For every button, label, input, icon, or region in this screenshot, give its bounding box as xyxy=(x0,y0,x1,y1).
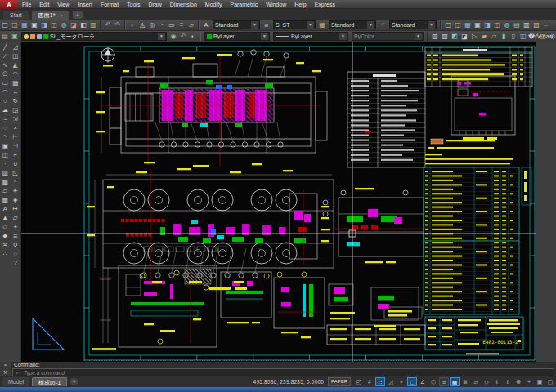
chevron-down-icon[interactable]: ▼ xyxy=(367,21,374,29)
list-tool-icon[interactable]: ≣ xyxy=(11,231,20,240)
text-style-combo[interactable]: Standard ▼ xyxy=(213,20,260,29)
save-icon[interactable]: ▦ xyxy=(20,20,29,30)
mleader-style-combo[interactable]: Standard ▼ xyxy=(389,20,437,29)
region-tool-icon[interactable]: ▱ xyxy=(1,186,10,195)
menu-help[interactable]: Help xyxy=(290,0,310,9)
chevron-down-icon[interactable]: ▼ xyxy=(158,33,165,40)
annotate-icon[interactable]: ◳ xyxy=(538,32,548,42)
break-tool-icon[interactable]: ⌐ xyxy=(11,150,20,159)
make-layer-current-icon[interactable]: ◉ xyxy=(168,32,178,42)
menu-edit[interactable]: Edit xyxy=(35,0,53,9)
tab-start[interactable]: Start xyxy=(3,11,29,20)
tab-model[interactable]: Model xyxy=(2,377,29,386)
isolate-objects-icon[interactable]: ▣ xyxy=(535,377,545,386)
match-properties-icon[interactable]: ◐ xyxy=(128,20,137,30)
layer-unlock-icon[interactable]: ▯ xyxy=(509,32,518,42)
autoscale-icon[interactable]: ℓ xyxy=(503,377,513,386)
menu-modify[interactable]: Modify xyxy=(201,0,226,9)
chevron-down-icon[interactable]: ▼ xyxy=(307,21,314,29)
menu-dimension[interactable]: Dimension xyxy=(166,0,201,9)
properties-icon[interactable]: ≡ xyxy=(177,20,186,30)
redraw-tool-icon[interactable]: ◌ xyxy=(11,249,20,258)
menu-format[interactable]: Format xyxy=(96,0,123,9)
publish-icon[interactable]: ◫ xyxy=(49,20,59,30)
menu-draw[interactable]: Draw xyxy=(144,0,165,9)
command-input[interactable]: » - Type a command xyxy=(12,368,554,376)
layer-unisolate-icon[interactable]: ▨ xyxy=(440,32,450,42)
point-tool-icon[interactable]: · xyxy=(1,159,10,168)
polyline-tool-icon[interactable]: ∿ xyxy=(1,60,10,69)
drawing-canvas[interactable]: E482-60113-2 xyxy=(21,42,536,362)
block-editor-icon[interactable]: ◬ xyxy=(137,20,147,30)
layer-isolate-icon[interactable]: ▧ xyxy=(430,32,440,42)
layer-copy-icon[interactable]: ◫ xyxy=(518,32,528,42)
layer-properties-icon[interactable]: ▤ xyxy=(0,32,10,42)
rotate-tool-icon[interactable]: ↻ xyxy=(11,96,20,105)
line-tool-icon[interactable]: ╱ xyxy=(1,42,10,51)
fillet-tool-icon[interactable]: ◜ xyxy=(11,177,20,186)
close-icon[interactable]: × xyxy=(4,363,7,368)
selection-cycling-icon[interactable]: ◇ xyxy=(482,377,491,386)
table-style-combo[interactable]: Standard ▼ xyxy=(329,20,376,29)
field-icon[interactable]: ▧ xyxy=(531,20,541,30)
paste-icon[interactable]: ▥ xyxy=(88,20,98,30)
dist-tool-icon[interactable]: ↦ xyxy=(11,204,20,213)
app-logo-icon[interactable]: A xyxy=(0,0,18,9)
open-folder-icon[interactable]: ◱ xyxy=(453,20,463,30)
help-tool-icon[interactable]: ? xyxy=(11,258,20,267)
measure-tool-icon[interactable]: ≍ xyxy=(1,240,10,249)
menu-parametric[interactable]: Parametric xyxy=(226,0,262,9)
add-layout-button[interactable]: + xyxy=(70,378,78,385)
move-tool-icon[interactable]: ↔ xyxy=(11,87,20,96)
markup-icon[interactable]: ▤ xyxy=(512,20,522,30)
area-tool-icon[interactable]: ▱ xyxy=(11,213,20,222)
layer-delete-icon[interactable]: ▱ xyxy=(489,32,499,42)
osnap-tool-icon[interactable]: ◈ xyxy=(11,195,20,204)
menu-file[interactable]: File xyxy=(18,0,35,9)
tab-layout-1[interactable]: 構成図-1 xyxy=(32,377,67,386)
regen-tool-icon[interactable]: ↺ xyxy=(11,240,20,249)
lineweight-icon[interactable]: ≣ xyxy=(460,377,470,386)
mirror-tool-icon[interactable]: ◭ xyxy=(11,60,20,69)
array-tool-icon[interactable]: ▦ xyxy=(11,78,20,87)
chamfer-tool-icon[interactable]: ◺ xyxy=(11,168,20,177)
revision-cloud-tool-icon[interactable]: ☁ xyxy=(1,105,10,114)
polygon-tool-icon[interactable]: ⬠ xyxy=(1,69,10,78)
ellipse-arc-tool-icon[interactable]: ◝ xyxy=(1,132,10,141)
menu-window[interactable]: Window xyxy=(262,0,290,9)
menu-insert[interactable]: Insert xyxy=(74,0,96,9)
cut-icon[interactable]: ◪ xyxy=(69,20,78,30)
tab-drawing[interactable]: 図面1*× xyxy=(32,11,70,20)
ellipse-tool-icon[interactable]: ◌ xyxy=(1,123,10,132)
stretch-tool-icon[interactable]: ⇲ xyxy=(11,114,20,123)
layer-vpfreeze-icon[interactable]: �белая xyxy=(528,32,538,42)
arc-tool-icon[interactable]: ◠ xyxy=(1,87,10,96)
layer-freeze-icon[interactable]: ◩ xyxy=(450,32,460,42)
model-paper-toggle-icon[interactable]: ◰ xyxy=(354,377,364,386)
text-style-icon[interactable]: A xyxy=(201,20,211,30)
hatch-tool-icon[interactable]: ▨ xyxy=(1,168,10,177)
plot2-icon[interactable]: ▣ xyxy=(473,20,482,30)
redo-icon[interactable]: ↷ xyxy=(113,20,123,30)
layer-off-icon[interactable]: ◪ xyxy=(460,32,469,42)
design-center-icon[interactable]: ▱ xyxy=(186,20,196,30)
gradient-tool-icon[interactable]: ▩ xyxy=(1,177,10,186)
open-icon[interactable]: ◱ xyxy=(10,20,20,30)
object-snap-tracking-icon[interactable]: ≡ xyxy=(439,377,449,386)
layer-lock-icon[interactable]: ▮ xyxy=(499,32,509,42)
settings-gear-icon[interactable]: ☸ xyxy=(513,377,523,386)
tab-close-icon[interactable]: × xyxy=(60,13,63,18)
layer-previous-icon[interactable]: ↶ xyxy=(178,32,188,42)
chevron-down-icon[interactable]: ▼ xyxy=(428,21,435,29)
new-sheet-icon[interactable]: ▢ xyxy=(443,20,453,30)
snap-mode-icon[interactable]: ∷ xyxy=(375,377,385,386)
chevron-down-icon[interactable]: ▼ xyxy=(261,33,268,40)
ortho-mode-icon[interactable]: ∟ xyxy=(407,377,417,386)
clean-screen-icon[interactable]: ▢ xyxy=(545,377,555,386)
undo-icon[interactable]: ↶ xyxy=(103,20,113,30)
layer-combo[interactable]: SL_モータローラ ▼ xyxy=(21,32,167,41)
menu-express[interactable]: Express xyxy=(311,0,339,9)
grid-display-icon[interactable]: # xyxy=(365,377,374,386)
rectangle-tool-icon[interactable]: ▭ xyxy=(1,78,10,87)
etransmit-icon[interactable]: ◍ xyxy=(502,20,512,30)
